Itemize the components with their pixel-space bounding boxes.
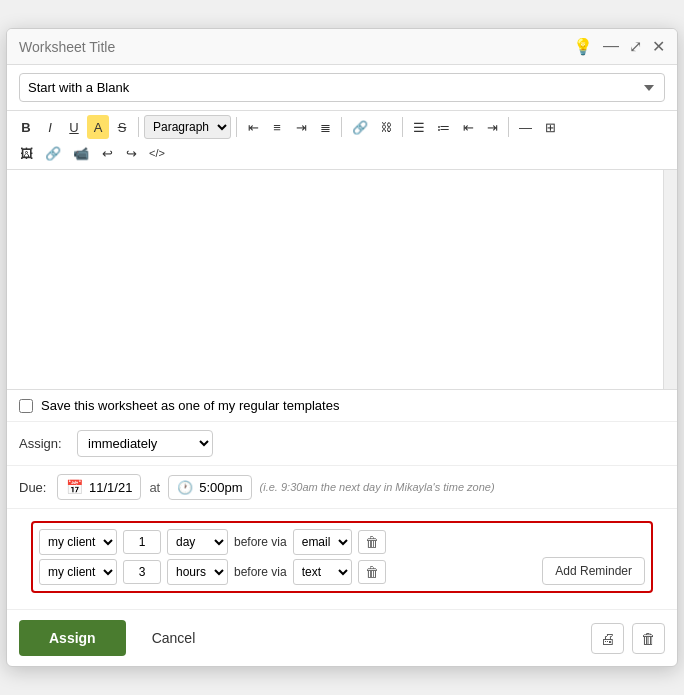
close-icon[interactable]: ✕ [652, 37, 665, 56]
delete-button[interactable]: 🗑 [632, 623, 665, 654]
due-label: Due: [19, 480, 49, 495]
date-field[interactable]: 📅 11/1/21 [57, 474, 141, 500]
save-template-label: Save this worksheet as one of my regular… [41, 398, 339, 413]
reminder-1-before-via: before via [234, 535, 287, 549]
align-justify-button[interactable]: ≣ [314, 115, 336, 139]
assign-button[interactable]: Assign [19, 620, 126, 656]
save-template-row: Save this worksheet as one of my regular… [7, 390, 677, 422]
assign-select[interactable]: immediately on a specific date [77, 430, 213, 457]
date-value: 11/1/21 [89, 480, 132, 495]
assign-row: Assign: immediately on a specific date [7, 422, 677, 466]
add-reminder-button[interactable]: Add Reminder [542, 557, 645, 585]
ordered-list-button[interactable]: ≔ [432, 115, 455, 139]
underline-button[interactable]: U [63, 115, 85, 139]
undo-button[interactable]: ↩ [96, 141, 118, 165]
header-icons: 💡 — ⤢ ✕ [573, 37, 665, 56]
modal-footer: Assign Cancel 🖨 🗑 [7, 609, 677, 666]
time-value: 5:00pm [199, 480, 242, 495]
hr-button[interactable]: — [514, 115, 537, 139]
align-center-button[interactable]: ≡ [266, 115, 288, 139]
embed-button[interactable]: 🔗 [40, 141, 66, 165]
source-button[interactable]: </> [144, 141, 170, 165]
toolbar-separator-2 [236, 117, 237, 137]
template-select[interactable]: Start with a Blank Template A [19, 73, 665, 102]
paragraph-select[interactable]: Paragraph Heading 1 Heading 2 [144, 115, 231, 139]
editor-toolbar: B I U A S Paragraph Heading 1 Heading 2 … [7, 111, 677, 170]
clock-icon: 🕐 [177, 480, 193, 495]
video-button[interactable]: 📹 [68, 141, 94, 165]
unlink-button[interactable]: ⛓ [375, 115, 397, 139]
minimize-icon[interactable]: — [603, 37, 619, 56]
reminders-rows: my client me both day days hour hours be… [39, 529, 534, 585]
image-button[interactable]: 🖼 [15, 141, 38, 165]
calendar-icon: 📅 [66, 479, 83, 495]
indent-out-button[interactable]: ⇤ [457, 115, 479, 139]
reminder-1-unit[interactable]: day days hour hours [167, 529, 228, 555]
footer-right-actions: 🖨 🗑 [591, 623, 665, 654]
reminder-2-number[interactable] [123, 560, 161, 584]
toolbar-separator-5 [508, 117, 509, 137]
link-button[interactable]: 🔗 [347, 115, 373, 139]
toolbar-separator-4 [402, 117, 403, 137]
toolbar-separator-3 [341, 117, 342, 137]
worksheet-title-input[interactable] [19, 39, 573, 55]
worksheet-modal: 💡 — ⤢ ✕ Start with a Blank Template A B … [6, 28, 678, 667]
expand-icon[interactable]: ⤢ [629, 37, 642, 56]
reminder-1-channel[interactable]: email text push [293, 529, 352, 555]
reminder-2-delete-button[interactable]: 🗑 [358, 560, 386, 584]
at-label: at [149, 480, 160, 495]
save-template-checkbox[interactable] [19, 399, 33, 413]
editor-scrollbar[interactable] [663, 170, 677, 389]
toolbar-separator-1 [138, 117, 139, 137]
timezone-note: (i.e. 9:30am the next day in Mikayla's t… [260, 481, 495, 493]
reminder-1-recipient[interactable]: my client me both [39, 529, 117, 555]
print-button[interactable]: 🖨 [591, 623, 624, 654]
reminders-section: my client me both day days hour hours be… [31, 521, 653, 593]
reminder-1-delete-button[interactable]: 🗑 [358, 530, 386, 554]
toolbar-row-2: 🖼 🔗 📹 ↩ ↪ </> [15, 141, 669, 165]
bulb-icon[interactable]: 💡 [573, 37, 593, 56]
reminders-container: my client me both day days hour hours be… [7, 509, 677, 609]
assign-label: Assign: [19, 436, 69, 451]
reminders-with-add: my client me both day days hour hours be… [39, 529, 645, 585]
template-select-row: Start with a Blank Template A [7, 65, 677, 111]
reminder-1-number[interactable] [123, 530, 161, 554]
reminder-2-before-via: before via [234, 565, 287, 579]
editor-content-area[interactable] [7, 170, 677, 390]
unordered-list-button[interactable]: ☰ [408, 115, 430, 139]
highlight-button[interactable]: A [87, 115, 109, 139]
align-left-button[interactable]: ⇤ [242, 115, 264, 139]
cancel-button[interactable]: Cancel [136, 620, 212, 656]
reminder-2-unit[interactable]: day days hour hours [167, 559, 228, 585]
align-right-button[interactable]: ⇥ [290, 115, 312, 139]
reminder-row-2: my client me both day days hour hours be… [39, 559, 534, 585]
indent-in-button[interactable]: ⇥ [481, 115, 503, 139]
due-row: Due: 📅 11/1/21 at 🕐 5:00pm (i.e. 9:30am … [7, 466, 677, 509]
reminder-2-recipient[interactable]: my client me both [39, 559, 117, 585]
redo-button[interactable]: ↪ [120, 141, 142, 165]
modal-header: 💡 — ⤢ ✕ [7, 29, 677, 65]
bold-button[interactable]: B [15, 115, 37, 139]
reminder-2-channel[interactable]: email text push [293, 559, 352, 585]
table-button[interactable]: ⊞ [539, 115, 561, 139]
time-field[interactable]: 🕐 5:00pm [168, 475, 251, 500]
toolbar-row-1: B I U A S Paragraph Heading 1 Heading 2 … [15, 115, 669, 139]
italic-button[interactable]: I [39, 115, 61, 139]
reminder-row-1: my client me both day days hour hours be… [39, 529, 534, 555]
strikethrough-button[interactable]: S [111, 115, 133, 139]
